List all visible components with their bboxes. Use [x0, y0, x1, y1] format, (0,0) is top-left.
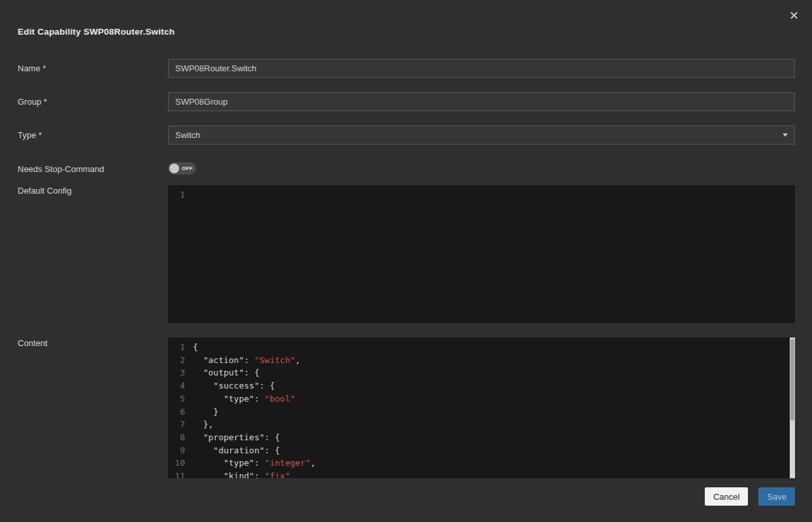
close-icon[interactable]: ✕ — [787, 7, 802, 24]
needs-stop-command-toggle[interactable]: OFF — [168, 162, 196, 175]
default-config-editor[interactable]: 1 — [168, 185, 795, 323]
content-editor[interactable]: 1{2 "action": "Switch",3 "output": {4 "s… — [168, 338, 795, 478]
toggle-state-label: OFF — [182, 165, 193, 171]
edit-capability-modal: ✕ Edit Capability SWP08Router.Switch Nam… — [0, 0, 812, 522]
name-input[interactable] — [168, 59, 795, 78]
content-code-lines: 1{2 "action": "Switch",3 "output": {4 "s… — [168, 338, 795, 478]
name-label: Name * — [18, 59, 46, 78]
page-title: Edit Capability SWP08Router.Switch — [18, 27, 175, 37]
needs-stop-command-label: Needs Stop-Command — [18, 160, 104, 179]
content-editor-scrollbar[interactable] — [790, 338, 795, 478]
group-label: Group * — [18, 92, 47, 111]
group-input[interactable] — [168, 92, 795, 111]
scrollbar-thumb[interactable] — [790, 339, 794, 421]
content-label: Content — [18, 334, 48, 353]
type-select[interactable]: Switch — [168, 126, 795, 145]
toggle-knob-icon — [169, 164, 179, 173]
default-config-label: Default Config — [18, 181, 71, 200]
save-button[interactable]: Save — [758, 487, 795, 506]
type-select-value: Switch — [175, 130, 200, 140]
default-config-code-lines: 1 — [168, 185, 795, 201]
chevron-down-icon — [783, 133, 788, 137]
cancel-button[interactable]: Cancel — [705, 487, 748, 506]
dialog-footer: Cancel Save — [705, 487, 795, 506]
type-label: Type * — [18, 126, 42, 145]
